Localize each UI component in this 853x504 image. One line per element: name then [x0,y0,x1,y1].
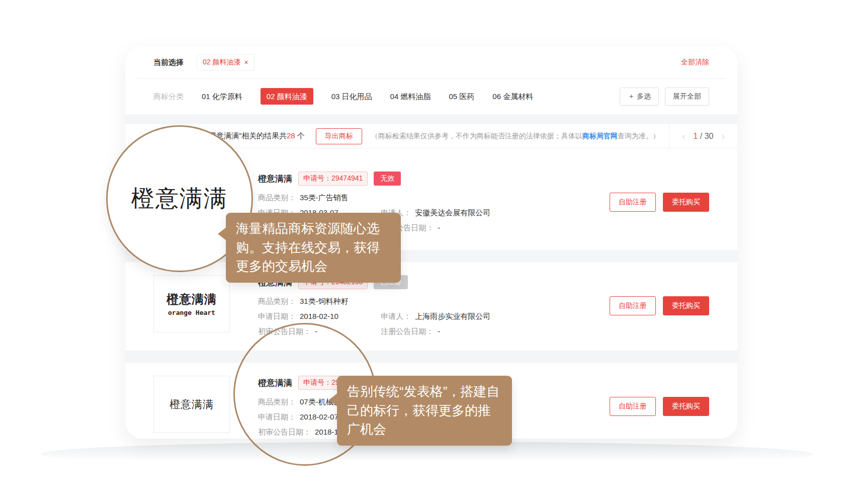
selected-filter-tag[interactable]: 02 颜料油漆 × [197,54,254,70]
trademark-name[interactable]: 橙意满满 [258,173,292,185]
current-page: 1 [693,132,698,140]
entrust-buy-button[interactable]: 委托购买 [663,296,709,315]
registration-publication-label: 注册公告日期： [381,327,434,335]
section-gap [125,114,737,124]
total-pages: 30 [705,132,714,140]
row-actions: 自助注册 委托购买 [610,193,709,212]
category-tab-3[interactable]: 03 日化用品 [331,92,372,101]
page: 当前选择 02 颜料油漆 × 全部清除 商标分类 01 化学原料02 颜料油漆0… [0,0,853,504]
first-publication-label: 初审公告日期： [258,428,311,436]
disclaimer-pre: （商标检索结果仅供参考，不作为商标能否注册的法律依据；具体以 [371,132,582,140]
page-separator: / [700,132,702,140]
category-tab-4[interactable]: 04 燃料油脂 [390,92,431,101]
row-actions: 自助注册 委托购买 [610,397,709,416]
multi-select-button[interactable]: ＋ 多选 [620,88,659,106]
category-tab-5[interactable]: 05 医药 [449,92,474,101]
self-register-button[interactable]: 自助注册 [610,397,656,416]
trademark-image-text: 橙意满满 [166,291,217,307]
summary-suffix: 个 [295,131,305,140]
apply-date-label: 申请日期： [258,312,296,320]
tooltip-arrow [218,227,227,241]
category-tabs: 01 化学原料02 颜料油漆03 日化用品04 燃料油脂05 医药06 金属材料 [202,92,551,102]
trademark-image[interactable]: 橙意满满 orange Heart [153,275,230,332]
tooltip-arrow [329,393,338,407]
page-indicator: 1 / 30 [693,132,713,141]
disclaimer-post: 查询为准。） [618,132,660,140]
pagination: ‹ 1 / 30 › [669,124,737,148]
applicant-value: 上海雨步实业有限公司 [415,312,490,320]
result-row: 橙意满满 orange Heart 橙意满满 申请号：29482153 已注册 … [125,262,737,351]
category-field-label: 商品类别： [258,397,296,406]
category-value: 31类-饲料种籽 [300,297,349,305]
filter-actions: ＋ 多选 展开全部 [620,88,709,106]
application-number-label: 申请号： [303,174,331,182]
category-label: 商标分类 [153,92,184,102]
expand-all-button[interactable]: 展开全部 [665,88,709,106]
category-value: 35类-广告销售 [300,193,349,202]
magnified-trademark-text: 橙意满满 [131,183,228,214]
disclaimer-text: （商标检索结果仅供参考，不作为商标能否注册的法律依据；具体以商标局官网查询为准。… [371,132,660,141]
trademark-info: 橙意满满 申请号：29482153 已注册 商品类别：31类-饲料种籽 申请日期… [258,275,490,337]
category-field-label: 商品类别： [258,193,296,202]
category-tabs-bar: 商标分类 01 化学原料02 颜料油漆03 日化用品04 燃料油脂05 医药06… [125,79,737,114]
trademark-name[interactable]: 橙意满满 [258,377,292,389]
category-tab-1[interactable]: 01 化学原料 [202,92,242,101]
category-field-label: 商品类别： [258,297,296,305]
registration-publication-value: - [438,223,440,232]
entrust-buy-button[interactable]: 委托购买 [663,397,709,416]
applicant-label: 申请人： [381,312,411,320]
apply-date-value: 2018-02-07 [300,412,338,421]
trademark-office-link[interactable]: 商标局官网 [582,132,618,140]
filter-tag-label: 02 颜料油漆 [203,58,240,67]
tooltip-text: 告别传统“发表格”，搭建自己的标行，获得更多的推广机会 [347,384,499,437]
first-publication-label: 初审公告日期： [258,327,311,335]
row-actions: 自助注册 委托购买 [610,296,709,315]
close-icon[interactable]: × [244,58,248,66]
self-register-button[interactable]: 自助注册 [610,193,656,212]
entrust-buy-button[interactable]: 委托购买 [663,193,709,212]
apply-date-value: 2018-02-10 [300,312,338,320]
trademark-image-subtext: orange Heart [168,309,215,316]
self-register-button[interactable]: 自助注册 [610,296,656,315]
export-trademarks-button[interactable]: 导出商标 [316,128,362,144]
tooltip-text: 海量精品商标资源随心选购。支持在线交易，获得更多的交易机会 [236,221,380,274]
application-number-pill: 申请号：29474941 [298,172,368,186]
next-page-icon[interactable]: › [721,131,724,142]
current-selection-label: 当前选择 [153,58,184,67]
application-number-label: 申请号： [303,378,331,386]
first-publication-value: - [315,327,317,335]
category-tab-2[interactable]: 02 颜料油漆 [261,88,313,105]
results-count: 28 [287,131,295,140]
applicant-value: 安徽美达会展有限公司 [415,208,490,217]
apply-date-label: 申请日期： [258,412,296,421]
tooltip-bubble-promo: 告别传统“发表格”，搭建自己的标行，获得更多的推广机会 [337,376,512,446]
row-gap [125,351,737,363]
status-badge: 无效 [374,172,401,186]
trademark-image[interactable]: 橙意满满 [153,376,230,433]
trademark-image-text: 橙意满满 [169,397,214,411]
tooltip-bubble-trade: 海量精品商标资源随心选购。支持在线交易，获得更多的交易机会 [226,213,401,283]
registration-publication-value: - [438,327,440,335]
category-tab-6[interactable]: 06 金属材料 [492,92,533,101]
current-selection-bar: 当前选择 02 颜料油漆 × 全部清除 [125,46,737,78]
application-number-value: 29474941 [331,174,363,182]
prev-page-icon[interactable]: ‹ [682,131,685,142]
clear-all-button[interactable]: 全部清除 [681,58,709,67]
